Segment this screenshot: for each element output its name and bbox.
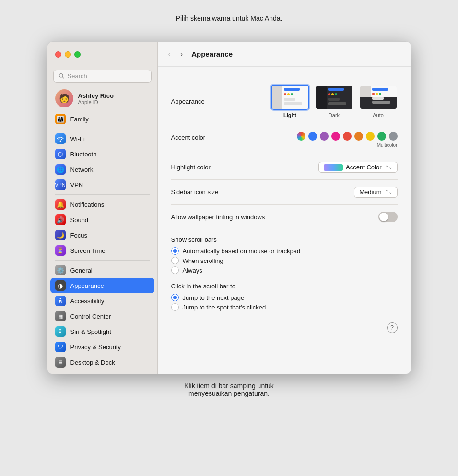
sidebar-item-sound[interactable]: 🔊 Sound bbox=[50, 212, 154, 227]
profile-sub: Apple ID bbox=[78, 99, 114, 105]
appearance-icon: ◑ bbox=[55, 280, 66, 291]
stepper-arrows-icon: ⌃⌄ bbox=[385, 190, 392, 195]
sidebar-item-label-bluetooth: Bluetooth bbox=[70, 151, 97, 158]
sidebar-item-wifi[interactable]: Wi-Fi bbox=[50, 131, 154, 146]
sidebar-item-focus[interactable]: 🌙 Focus bbox=[50, 227, 154, 243]
sidebar-item-control-center[interactable]: ▦ Control Center bbox=[50, 309, 154, 324]
wallpaper-tinting-toggle[interactable] bbox=[378, 212, 398, 222]
accent-orange[interactable] bbox=[354, 132, 363, 141]
click-scroll-next-page-label: Jump to the next page bbox=[183, 294, 245, 301]
click-scroll-section: Click in the scroll bar to Jump to the n… bbox=[171, 276, 398, 313]
scroll-bar-always-label: Always bbox=[183, 267, 202, 274]
sidebar-item-accessibility[interactable]: Accessibility bbox=[50, 293, 154, 309]
sidebar-item-appearance[interactable]: ◑ Appearance bbox=[50, 278, 154, 293]
fullscreen-button[interactable] bbox=[74, 51, 81, 58]
traffic-lights bbox=[55, 51, 81, 58]
privacy-icon: 🛡 bbox=[55, 342, 66, 352]
appearance-option-auto[interactable]: Auto bbox=[359, 85, 398, 118]
desktop-icon: 🖥 bbox=[55, 357, 66, 368]
scroll-bar-scrolling-label: When scrolling bbox=[183, 257, 223, 264]
highlight-color-label: Highlight color bbox=[171, 164, 267, 171]
sidebar-divider bbox=[55, 129, 150, 129]
sidebar-item-network[interactable]: 🌐 Network bbox=[50, 162, 154, 177]
sidebar-item-label-accessibility: Accessibility bbox=[70, 298, 105, 305]
appearance-row-label: Appearance bbox=[171, 98, 267, 105]
wifi-icon bbox=[55, 133, 66, 144]
minimize-button[interactable] bbox=[65, 51, 71, 58]
scroll-bar-auto-option[interactable]: Automatically based on mouse or trackpad bbox=[171, 247, 398, 255]
dark-theme-thumbnail bbox=[315, 85, 353, 110]
main-window: Search 🧑 Ashley Rico Apple ID 👨‍👩‍👧 Fami… bbox=[47, 41, 411, 374]
sidebar-item-label-siri: Siri & Spotlight bbox=[70, 328, 111, 335]
wallpaper-tinting-row: Allow wallpaper tinting in windows bbox=[171, 205, 398, 229]
sidebar-item-label-privacy: Privacy & Security bbox=[70, 344, 121, 351]
toggle-knob bbox=[379, 213, 388, 221]
scroll-bar-scrolling-option[interactable]: When scrolling bbox=[171, 257, 398, 264]
light-theme-label: Light bbox=[283, 112, 296, 118]
appearance-row: Appearance bbox=[171, 78, 398, 125]
svg-line-1 bbox=[62, 77, 63, 78]
click-scroll-next-page-option[interactable]: Jump to the next page bbox=[171, 294, 398, 301]
close-button[interactable] bbox=[55, 51, 61, 58]
notifications-icon: 🔔 bbox=[55, 199, 66, 210]
highlight-color-dropdown[interactable]: Accent Color ⌃⌄ bbox=[318, 162, 397, 173]
siri-icon: 🎙 bbox=[55, 326, 66, 337]
sound-icon: 🔊 bbox=[55, 214, 66, 225]
forward-button[interactable]: › bbox=[177, 48, 186, 60]
tooltip-top: Pilih skema warna untuk Mac Anda. bbox=[176, 14, 282, 37]
sidebar-item-label-wifi: Wi-Fi bbox=[70, 135, 85, 143]
main-titlebar: ‹ › Appearance bbox=[158, 42, 411, 67]
sidebar-icon-size-value: Medium bbox=[359, 189, 381, 196]
click-scroll-next-page-radio bbox=[171, 294, 179, 301]
sidebar-item-bluetooth[interactable]: ⬡ Bluetooth bbox=[50, 146, 154, 162]
auto-theme-thumbnail bbox=[359, 85, 398, 110]
screen-time-icon: ⏳ bbox=[55, 245, 66, 256]
multicolor-label: Multicolor bbox=[377, 143, 398, 148]
click-scroll-spot-option[interactable]: Jump to the spot that's clicked bbox=[171, 303, 398, 311]
sidebar-item-screen-time[interactable]: ⏳ Screen Time bbox=[50, 243, 154, 258]
sidebar-item-desktop[interactable]: 🖥 Desktop & Dock bbox=[50, 355, 154, 370]
scroll-bar-scrolling-radio bbox=[171, 257, 179, 264]
accent-multicolor[interactable] bbox=[297, 132, 305, 141]
sidebar-item-siri[interactable]: 🎙 Siri & Spotlight bbox=[50, 324, 154, 339]
accent-color-options bbox=[297, 132, 398, 141]
auto-theme-label: Auto bbox=[373, 112, 384, 118]
sidebar-item-notifications[interactable]: 🔔 Notifications bbox=[50, 197, 154, 212]
scroll-bar-always-option[interactable]: Always bbox=[171, 266, 398, 274]
appearance-option-light[interactable]: Light bbox=[271, 85, 309, 118]
sidebar-item-family[interactable]: 👨‍👩‍👧 Family bbox=[50, 111, 154, 127]
sidebar-icon-size-stepper[interactable]: Medium ⌃⌄ bbox=[354, 187, 397, 198]
accent-yellow[interactable] bbox=[366, 132, 375, 141]
tooltip-bottom: Klik item di bar samping untukmenyesuaik… bbox=[184, 382, 274, 397]
accent-blue[interactable] bbox=[308, 132, 317, 141]
accessibility-icon bbox=[55, 296, 66, 306]
bluetooth-icon: ⬡ bbox=[55, 149, 66, 159]
accent-green[interactable] bbox=[377, 132, 386, 141]
sidebar-item-privacy[interactable]: 🛡 Privacy & Security bbox=[50, 339, 154, 355]
accent-pink[interactable] bbox=[331, 132, 340, 141]
accent-graphite[interactable] bbox=[389, 132, 398, 141]
sidebar-icon-size-row: Sidebar icon size Medium ⌃⌄ bbox=[171, 180, 398, 205]
appearance-options: Light bbox=[267, 85, 398, 118]
svg-point-2 bbox=[59, 298, 61, 299]
sidebar-item-label-sound: Sound bbox=[70, 216, 89, 224]
sidebar-item-label-control-center: Control Center bbox=[70, 313, 111, 320]
sidebar-titlebar bbox=[47, 42, 157, 67]
main-content: Appearance bbox=[158, 67, 411, 374]
search-placeholder: Search bbox=[68, 72, 87, 80]
scroll-bar-auto-radio bbox=[171, 247, 179, 255]
back-button[interactable]: ‹ bbox=[165, 48, 174, 60]
accent-purple[interactable] bbox=[320, 132, 329, 141]
page-title: Appearance bbox=[191, 50, 233, 58]
sidebar-item-label-appearance: Appearance bbox=[70, 282, 104, 289]
help-button[interactable]: ? bbox=[387, 322, 398, 333]
sidebar-item-profile[interactable]: 🧑 Ashley Rico Apple ID bbox=[50, 86, 154, 110]
sidebar-item-label-family: Family bbox=[70, 116, 89, 123]
vpn-icon: VPN bbox=[55, 179, 66, 190]
search-bar[interactable]: Search bbox=[53, 70, 152, 83]
appearance-option-dark[interactable]: Dark bbox=[315, 85, 353, 118]
accent-red[interactable] bbox=[343, 132, 352, 141]
sidebar-item-vpn[interactable]: VPN VPN bbox=[50, 177, 154, 192]
sidebar-item-general[interactable]: ⚙️ General bbox=[50, 262, 154, 278]
chevron-down-icon: ⌃⌄ bbox=[385, 165, 392, 170]
